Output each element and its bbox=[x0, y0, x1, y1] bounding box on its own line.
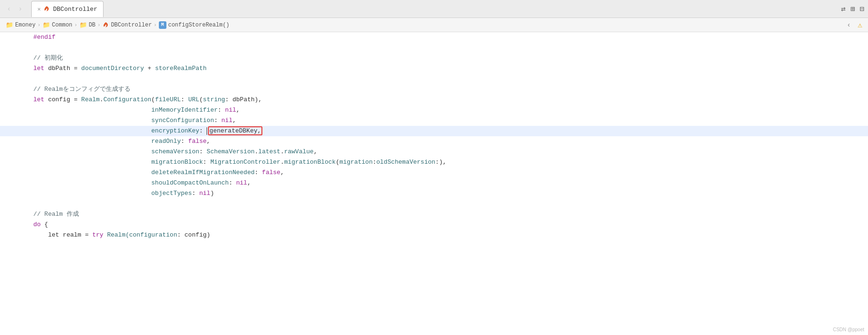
token: : bbox=[218, 106, 226, 114]
line-content: let dbPath = documentDirectory + storeRe… bbox=[0, 63, 868, 74]
breadcrumb-method[interactable]: M configStoreRealm() bbox=[159, 21, 230, 29]
token: oldSchemaVersion bbox=[376, 159, 435, 166]
token: ) bbox=[210, 190, 214, 197]
breadcrumb-method-label: configStoreRealm() bbox=[168, 22, 230, 28]
line-content: // Realm 作成 bbox=[0, 209, 868, 220]
token: schemaVersion bbox=[151, 148, 199, 155]
folder-icon-2: 📁 bbox=[43, 21, 50, 29]
code-line: objectTypes: nil) bbox=[0, 188, 868, 199]
token: migrationBlock bbox=[151, 159, 203, 166]
code-line: shouldCompactOnLaunch: nil, bbox=[0, 178, 868, 188]
code-line: // Realm 作成 bbox=[0, 209, 868, 220]
token: // Realm 作成 bbox=[33, 211, 78, 218]
token: // 初期化 bbox=[33, 54, 62, 62]
line-content: // 初期化 bbox=[0, 53, 868, 63]
breadcrumb-common[interactable]: 📁 Common bbox=[43, 21, 72, 29]
code-line: // 初期化 bbox=[0, 53, 868, 63]
token: ( bbox=[336, 159, 339, 166]
token: objectTypes bbox=[151, 190, 192, 197]
token: encryptionKey bbox=[151, 127, 199, 134]
separator4: › bbox=[154, 22, 157, 28]
line-content: migrationBlock: MigrationController.migr… bbox=[0, 157, 868, 168]
watermark: CSDN @ppoet bbox=[833, 327, 864, 332]
token: config = bbox=[44, 96, 81, 103]
token: { bbox=[41, 221, 48, 228]
breadcrumb-emoney[interactable]: 📁 Emoney bbox=[6, 21, 35, 29]
code-line: // Realmをコンフィグで生成する bbox=[0, 84, 868, 95]
breadcrumb-back[interactable]: ‹ bbox=[843, 20, 854, 30]
token: : dbPath), bbox=[225, 96, 262, 103]
token: : bbox=[181, 96, 189, 103]
token: configuration bbox=[129, 231, 177, 238]
code-line: let dbPath = documentDirectory + storeRe… bbox=[0, 63, 868, 74]
token: latest bbox=[258, 148, 280, 155]
code-area[interactable]: #endif // 初期化 let dbPath = documentDirec… bbox=[0, 32, 868, 335]
token: nil bbox=[200, 190, 210, 197]
line-content: schemaVersion: SchemaVersion.latest.rawV… bbox=[0, 147, 868, 157]
token: syncConfiguration bbox=[151, 117, 214, 124]
breadcrumb-emoney-label: Emoney bbox=[15, 22, 35, 28]
code-line: deleteRealmIfMigrationNeeded: false, bbox=[0, 168, 868, 178]
token: : config) bbox=[177, 231, 210, 238]
token: dbPath = bbox=[44, 65, 81, 72]
nav-arrows: ‹ › bbox=[4, 4, 26, 14]
token: let bbox=[33, 65, 44, 72]
code-line: syncConfiguration: nil, bbox=[0, 115, 868, 126]
token: , bbox=[207, 138, 210, 145]
line-content: shouldCompactOnLaunch: nil, bbox=[0, 178, 868, 188]
code-line: encryptionKey: generateDBKey, bbox=[0, 126, 868, 136]
token: MigrationController bbox=[210, 159, 280, 166]
code-line: readOnly: false, bbox=[0, 136, 868, 147]
token: false bbox=[262, 169, 280, 176]
swift-icon-breadcrumb bbox=[103, 22, 109, 28]
token: , bbox=[247, 179, 251, 186]
token: :), bbox=[435, 159, 446, 166]
line-content: inMemoryIdentifier: nil, bbox=[0, 105, 868, 115]
breadcrumb-right: ‹ ⚠ bbox=[843, 20, 862, 30]
code-line: inMemoryIdentifier: nil, bbox=[0, 105, 868, 115]
back-arrow[interactable]: ‹ bbox=[4, 4, 14, 14]
token: , bbox=[236, 106, 240, 114]
token: deleteRealmIfMigrationNeeded bbox=[151, 169, 254, 176]
token: , bbox=[313, 148, 317, 155]
grid-icon[interactable]: ⊞ bbox=[851, 4, 855, 14]
code-line: schemaVersion: SchemaVersion.latest.rawV… bbox=[0, 147, 868, 157]
token: : bbox=[199, 127, 207, 134]
token: readOnly bbox=[151, 138, 181, 145]
folder-icon-3: 📁 bbox=[79, 21, 87, 29]
code-line: let config = Realm.Configuration(fileURL… bbox=[0, 95, 868, 105]
breadcrumb-dbcontroller[interactable]: DBController bbox=[103, 22, 152, 28]
token: storeRealmPath bbox=[155, 65, 207, 72]
title-bar: ‹ › ✕ DBController ⇄ ⊞ ⊟ bbox=[0, 0, 868, 18]
line-content: encryptionKey: generateDBKey, bbox=[0, 126, 868, 136]
token: , bbox=[233, 117, 236, 124]
token: ( bbox=[151, 96, 155, 103]
line-content: readOnly: false, bbox=[0, 136, 868, 147]
token: , bbox=[280, 169, 284, 176]
token: : bbox=[192, 190, 200, 197]
tab-close-icon[interactable]: ✕ bbox=[37, 6, 41, 13]
line-content bbox=[0, 199, 868, 209]
token: nil bbox=[225, 106, 236, 114]
token: Realm bbox=[81, 96, 100, 103]
forward-arrow[interactable]: › bbox=[15, 4, 26, 14]
token: nil bbox=[236, 179, 247, 186]
token: Realm( bbox=[104, 231, 130, 238]
split-icon[interactable]: ⇄ bbox=[841, 4, 846, 14]
square-icon[interactable]: ⊟ bbox=[859, 4, 864, 14]
code-line: do { bbox=[0, 220, 868, 230]
text-cursor bbox=[207, 127, 207, 135]
code-line: migrationBlock: MigrationController.migr… bbox=[0, 157, 868, 168]
token: documentDirectory bbox=[81, 65, 144, 72]
code-line: let realm = try Realm(configuration: con… bbox=[0, 230, 868, 240]
token: #endif bbox=[33, 34, 55, 41]
line-content: #endif bbox=[0, 32, 868, 43]
token: let realm = bbox=[48, 231, 93, 238]
file-tab[interactable]: ✕ DBController bbox=[31, 1, 104, 17]
line-content: do { bbox=[0, 220, 868, 230]
method-m-badge: M bbox=[159, 21, 166, 29]
breadcrumb-db[interactable]: 📁 DB bbox=[79, 21, 95, 29]
line-content: let realm = try Realm(configuration: con… bbox=[0, 230, 868, 240]
token: inMemoryIdentifier bbox=[151, 106, 217, 114]
token: // Realmをコンフィグで生成する bbox=[33, 86, 130, 93]
